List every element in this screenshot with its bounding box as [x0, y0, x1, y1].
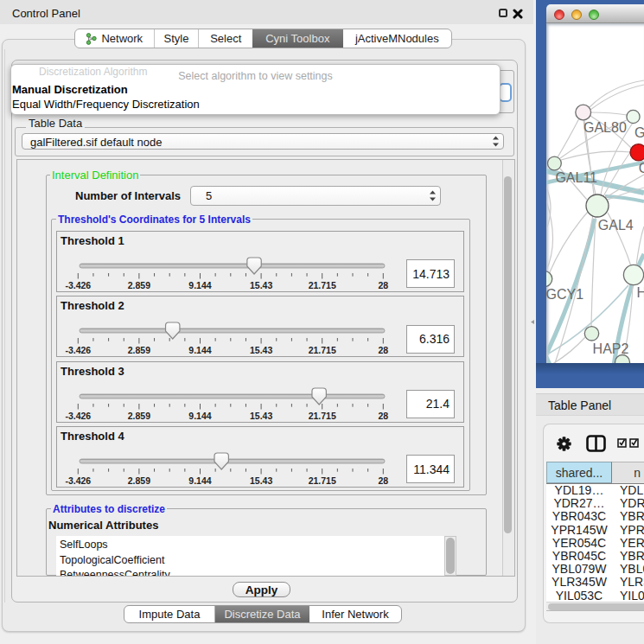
- svg-text:21.715: 21.715: [309, 345, 336, 355]
- svg-text:-3.426: -3.426: [65, 345, 91, 355]
- svg-text:GCY1: GCY1: [546, 287, 583, 302]
- svg-text:GA: GA: [634, 125, 644, 140]
- svg-text:28: 28: [378, 411, 388, 421]
- svg-text:9.144: 9.144: [188, 345, 211, 355]
- svg-text:2.859: 2.859: [128, 280, 150, 290]
- svg-text:15.43: 15.43: [250, 345, 272, 355]
- svg-text:HI: HI: [637, 285, 644, 300]
- svg-text:Threshold 3: Threshold 3: [61, 365, 124, 378]
- svg-text:21.715: 21.715: [309, 280, 336, 290]
- svg-text:21.715: 21.715: [309, 475, 336, 486]
- svg-text:15.43: 15.43: [250, 475, 272, 486]
- svg-text:Threshold 2: Threshold 2: [61, 299, 124, 312]
- svg-text:-3.426: -3.426: [65, 475, 91, 486]
- svg-text:GAL11: GAL11: [555, 170, 597, 185]
- svg-text:-3.426: -3.426: [65, 411, 91, 421]
- svg-text:9.144: 9.144: [188, 280, 211, 290]
- svg-text:9.144: 9.144: [188, 411, 211, 421]
- svg-text:15.43: 15.43: [250, 411, 272, 421]
- svg-text:Threshold 1: Threshold 1: [61, 234, 124, 247]
- svg-text:28: 28: [378, 475, 388, 486]
- svg-text:2.859: 2.859: [128, 345, 150, 355]
- svg-text:Threshold 4: Threshold 4: [61, 430, 124, 443]
- svg-text:GAL4: GAL4: [598, 218, 634, 233]
- svg-text:28: 28: [378, 345, 388, 355]
- svg-text:2.859: 2.859: [128, 475, 150, 486]
- svg-text:21.715: 21.715: [309, 411, 336, 421]
- svg-text:2.859: 2.859: [128, 411, 150, 421]
- svg-text:9.144: 9.144: [188, 475, 211, 486]
- svg-text:15.43: 15.43: [250, 280, 272, 290]
- svg-text:GAL80: GAL80: [583, 120, 627, 135]
- svg-text:HAP2: HAP2: [593, 341, 629, 356]
- svg-text:CY: CY: [639, 161, 644, 175]
- svg-text:-3.426: -3.426: [65, 280, 91, 290]
- svg-text:28: 28: [378, 280, 388, 290]
